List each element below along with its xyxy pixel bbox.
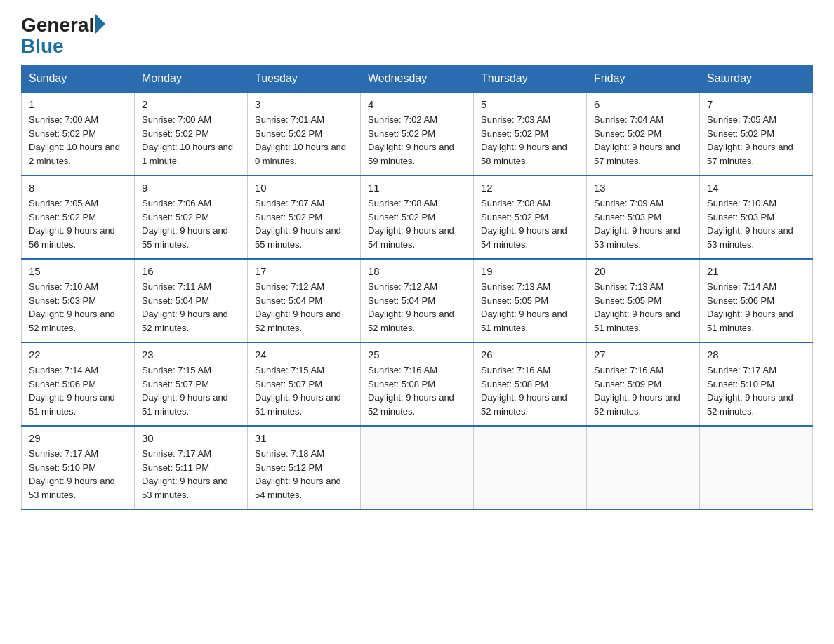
calendar-cell: 2Sunrise: 7:00 AMSunset: 5:02 PMDaylight… — [135, 93, 248, 176]
day-of-week-header: Thursday — [474, 65, 587, 93]
logo-blue-text: Blue — [21, 35, 64, 58]
day-info: Sunrise: 7:09 AMSunset: 5:03 PMDaylight:… — [594, 196, 692, 251]
day-number: 22 — [29, 349, 127, 361]
day-number: 10 — [255, 182, 353, 194]
day-number: 30 — [142, 432, 240, 444]
day-number: 26 — [481, 349, 579, 361]
logo-arrow-icon — [95, 14, 105, 34]
day-info: Sunrise: 7:06 AMSunset: 5:02 PMDaylight:… — [142, 196, 240, 251]
day-info: Sunrise: 7:13 AMSunset: 5:05 PMDaylight:… — [594, 280, 692, 335]
calendar-cell: 7Sunrise: 7:05 AMSunset: 5:02 PMDaylight… — [700, 93, 813, 176]
day-number: 24 — [255, 349, 353, 361]
day-info: Sunrise: 7:00 AMSunset: 5:02 PMDaylight:… — [142, 113, 240, 168]
day-number: 5 — [481, 98, 579, 110]
logo-general-text: General — [21, 15, 94, 35]
page-header: General Blue — [21, 14, 813, 58]
day-number: 12 — [481, 182, 579, 194]
calendar-cell: 29Sunrise: 7:17 AMSunset: 5:10 PMDayligh… — [22, 426, 135, 509]
calendar-cell: 23Sunrise: 7:15 AMSunset: 5:07 PMDayligh… — [135, 342, 248, 426]
day-number: 31 — [255, 432, 353, 444]
calendar-cell: 22Sunrise: 7:14 AMSunset: 5:06 PMDayligh… — [22, 342, 135, 426]
calendar-cell: 27Sunrise: 7:16 AMSunset: 5:09 PMDayligh… — [587, 342, 700, 426]
day-of-week-header: Friday — [587, 65, 700, 93]
day-of-week-header: Saturday — [700, 65, 813, 93]
calendar-table: SundayMondayTuesdayWednesdayThursdayFrid… — [21, 65, 813, 510]
day-info: Sunrise: 7:05 AMSunset: 5:02 PMDaylight:… — [29, 196, 127, 251]
calendar-cell: 10Sunrise: 7:07 AMSunset: 5:02 PMDayligh… — [248, 175, 361, 259]
calendar-cell: 24Sunrise: 7:15 AMSunset: 5:07 PMDayligh… — [248, 342, 361, 426]
calendar-week-row: 22Sunrise: 7:14 AMSunset: 5:06 PMDayligh… — [22, 342, 813, 426]
calendar-cell: 9Sunrise: 7:06 AMSunset: 5:02 PMDaylight… — [135, 175, 248, 259]
day-number: 18 — [368, 265, 466, 277]
calendar-cell: 31Sunrise: 7:18 AMSunset: 5:12 PMDayligh… — [248, 426, 361, 509]
day-number: 21 — [707, 265, 805, 277]
day-info: Sunrise: 7:14 AMSunset: 5:06 PMDaylight:… — [707, 280, 805, 335]
calendar-week-row: 29Sunrise: 7:17 AMSunset: 5:10 PMDayligh… — [22, 426, 813, 509]
logo: General Blue — [21, 14, 107, 58]
day-number: 1 — [29, 98, 127, 110]
day-info: Sunrise: 7:13 AMSunset: 5:05 PMDaylight:… — [481, 280, 579, 335]
day-number: 8 — [29, 182, 127, 194]
day-number: 28 — [707, 349, 805, 361]
day-info: Sunrise: 7:16 AMSunset: 5:09 PMDaylight:… — [594, 363, 692, 418]
calendar-cell: 3Sunrise: 7:01 AMSunset: 5:02 PMDaylight… — [248, 93, 361, 176]
day-info: Sunrise: 7:15 AMSunset: 5:07 PMDaylight:… — [142, 363, 240, 418]
day-info: Sunrise: 7:14 AMSunset: 5:06 PMDaylight:… — [29, 363, 127, 418]
day-number: 27 — [594, 349, 692, 361]
calendar-header-row: SundayMondayTuesdayWednesdayThursdayFrid… — [22, 65, 813, 93]
calendar-week-row: 8Sunrise: 7:05 AMSunset: 5:02 PMDaylight… — [22, 175, 813, 259]
calendar-cell: 30Sunrise: 7:17 AMSunset: 5:11 PMDayligh… — [135, 426, 248, 509]
calendar-cell: 13Sunrise: 7:09 AMSunset: 5:03 PMDayligh… — [587, 175, 700, 259]
calendar-cell: 1Sunrise: 7:00 AMSunset: 5:02 PMDaylight… — [22, 93, 135, 176]
calendar-cell — [700, 426, 813, 509]
day-info: Sunrise: 7:10 AMSunset: 5:03 PMDaylight:… — [707, 196, 805, 251]
day-info: Sunrise: 7:08 AMSunset: 5:02 PMDaylight:… — [481, 196, 579, 251]
day-info: Sunrise: 7:11 AMSunset: 5:04 PMDaylight:… — [142, 280, 240, 335]
day-number: 19 — [481, 265, 579, 277]
day-info: Sunrise: 7:08 AMSunset: 5:02 PMDaylight:… — [368, 196, 466, 251]
calendar-cell: 21Sunrise: 7:14 AMSunset: 5:06 PMDayligh… — [700, 259, 813, 342]
calendar-cell: 18Sunrise: 7:12 AMSunset: 5:04 PMDayligh… — [361, 259, 474, 342]
calendar-cell — [587, 426, 700, 509]
day-number: 4 — [368, 98, 466, 110]
day-info: Sunrise: 7:16 AMSunset: 5:08 PMDaylight:… — [368, 363, 466, 418]
day-number: 23 — [142, 349, 240, 361]
day-info: Sunrise: 7:12 AMSunset: 5:04 PMDaylight:… — [368, 280, 466, 335]
calendar-cell: 17Sunrise: 7:12 AMSunset: 5:04 PMDayligh… — [248, 259, 361, 342]
day-number: 14 — [707, 182, 805, 194]
day-info: Sunrise: 7:00 AMSunset: 5:02 PMDaylight:… — [29, 113, 127, 168]
calendar-cell: 12Sunrise: 7:08 AMSunset: 5:02 PMDayligh… — [474, 175, 587, 259]
calendar-cell: 8Sunrise: 7:05 AMSunset: 5:02 PMDaylight… — [22, 175, 135, 259]
calendar-cell: 25Sunrise: 7:16 AMSunset: 5:08 PMDayligh… — [361, 342, 474, 426]
day-number: 6 — [594, 98, 692, 110]
day-of-week-header: Monday — [135, 65, 248, 93]
day-of-week-header: Tuesday — [248, 65, 361, 93]
calendar-cell: 20Sunrise: 7:13 AMSunset: 5:05 PMDayligh… — [587, 259, 700, 342]
day-number: 3 — [255, 98, 353, 110]
calendar-cell — [361, 426, 474, 509]
day-info: Sunrise: 7:17 AMSunset: 5:10 PMDaylight:… — [707, 363, 805, 418]
day-number: 2 — [142, 98, 240, 110]
day-info: Sunrise: 7:15 AMSunset: 5:07 PMDaylight:… — [255, 363, 353, 418]
day-number: 29 — [29, 432, 127, 444]
day-number: 11 — [368, 182, 466, 194]
calendar-cell: 28Sunrise: 7:17 AMSunset: 5:10 PMDayligh… — [700, 342, 813, 426]
day-info: Sunrise: 7:01 AMSunset: 5:02 PMDaylight:… — [255, 113, 353, 168]
day-info: Sunrise: 7:10 AMSunset: 5:03 PMDaylight:… — [29, 280, 127, 335]
calendar-cell: 26Sunrise: 7:16 AMSunset: 5:08 PMDayligh… — [474, 342, 587, 426]
calendar-cell: 19Sunrise: 7:13 AMSunset: 5:05 PMDayligh… — [474, 259, 587, 342]
day-number: 16 — [142, 265, 240, 277]
calendar-cell: 15Sunrise: 7:10 AMSunset: 5:03 PMDayligh… — [22, 259, 135, 342]
day-number: 7 — [707, 98, 805, 110]
calendar-cell: 5Sunrise: 7:03 AMSunset: 5:02 PMDaylight… — [474, 93, 587, 176]
calendar-cell: 6Sunrise: 7:04 AMSunset: 5:02 PMDaylight… — [587, 93, 700, 176]
day-info: Sunrise: 7:04 AMSunset: 5:02 PMDaylight:… — [594, 113, 692, 168]
day-info: Sunrise: 7:18 AMSunset: 5:12 PMDaylight:… — [255, 447, 353, 502]
calendar-cell — [474, 426, 587, 509]
day-info: Sunrise: 7:03 AMSunset: 5:02 PMDaylight:… — [481, 113, 579, 168]
calendar-cell: 4Sunrise: 7:02 AMSunset: 5:02 PMDaylight… — [361, 93, 474, 176]
calendar-cell: 11Sunrise: 7:08 AMSunset: 5:02 PMDayligh… — [361, 175, 474, 259]
calendar-week-row: 15Sunrise: 7:10 AMSunset: 5:03 PMDayligh… — [22, 259, 813, 342]
calendar-cell: 14Sunrise: 7:10 AMSunset: 5:03 PMDayligh… — [700, 175, 813, 259]
day-number: 9 — [142, 182, 240, 194]
